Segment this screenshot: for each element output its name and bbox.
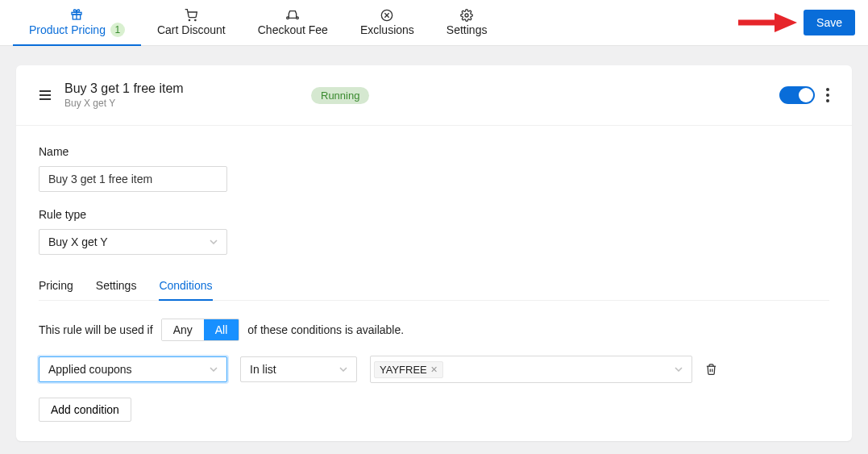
- svg-point-3: [189, 19, 190, 20]
- tab-label: Product Pricing: [29, 23, 106, 36]
- ruletype-label: Rule type: [39, 208, 829, 221]
- rule-card-header: Buy 3 get 1 free item Buy X get Y Runnin…: [16, 65, 852, 126]
- car-icon: [286, 9, 299, 22]
- svg-point-14: [826, 88, 829, 91]
- tab-label: Cart Discount: [157, 23, 226, 36]
- chevron-down-icon: [210, 367, 218, 372]
- condition-field-value: Applied coupons: [48, 363, 132, 376]
- any-all-toggle: Any All: [161, 319, 240, 341]
- tab-exclusions[interactable]: Exclusions: [344, 0, 430, 46]
- drag-handle-icon[interactable]: [39, 90, 52, 101]
- delete-condition-icon[interactable]: [705, 363, 717, 376]
- condition-suffix: of these conditions is available.: [247, 323, 404, 336]
- svg-marker-10: [775, 13, 797, 32]
- condition-operator-select[interactable]: In list: [240, 356, 357, 382]
- tab-product-pricing[interactable]: Product Pricing 1: [13, 0, 141, 46]
- rule-subtitle: Buy X get Y: [64, 98, 298, 109]
- condition-operator-value: In list: [250, 363, 276, 376]
- tab-cart-discount[interactable]: Cart Discount: [141, 0, 242, 46]
- svg-point-16: [826, 99, 829, 102]
- inner-tab-conditions[interactable]: Conditions: [159, 271, 212, 300]
- condition-field-select[interactable]: Applied coupons: [39, 356, 227, 382]
- inner-tab-settings[interactable]: Settings: [96, 271, 137, 300]
- condition-value-select[interactable]: YAYFREE ✕: [370, 356, 692, 383]
- tab-label: Settings: [446, 23, 488, 36]
- cancel-icon: [380, 9, 393, 22]
- cart-icon: [185, 9, 197, 22]
- condition-match-line: This rule will be used if Any All of the…: [39, 319, 829, 341]
- remove-tag-icon[interactable]: ✕: [430, 364, 438, 375]
- coupon-tag: YAYFREE ✕: [374, 361, 443, 378]
- toggle-all[interactable]: All: [204, 319, 239, 340]
- gear-icon: [460, 9, 473, 22]
- tab-label: Checkout Fee: [258, 23, 328, 36]
- inner-tabs: Pricing Settings Conditions: [39, 271, 829, 301]
- condition-row: Applied coupons In list YAYFREE ✕: [39, 356, 829, 383]
- tab-checkout-fee[interactable]: Checkout Fee: [242, 0, 344, 46]
- chevron-down-icon: [339, 367, 347, 372]
- add-condition-button[interactable]: Add condition: [39, 398, 131, 422]
- gift-icon: [70, 8, 83, 21]
- ruletype-value: Buy X get Y: [48, 235, 108, 248]
- status-badge: Running: [311, 87, 369, 104]
- rule-card-body: Name Rule type Buy X get Y Pricing Setti…: [16, 126, 852, 441]
- rule-title: Buy 3 get 1 free item: [64, 81, 298, 96]
- svg-point-4: [195, 19, 196, 20]
- condition-prefix: This rule will be used if: [39, 323, 153, 336]
- tab-label: Exclusions: [360, 23, 414, 36]
- nav-tabs: Product Pricing 1 Cart Discount Checkout…: [13, 0, 503, 46]
- save-button[interactable]: Save: [804, 10, 855, 35]
- rule-card: Buy 3 get 1 free item Buy X get Y Runnin…: [16, 65, 852, 441]
- inner-tab-pricing[interactable]: Pricing: [39, 271, 73, 300]
- ruletype-select[interactable]: Buy X get Y: [39, 229, 227, 255]
- arrow-annotation: [734, 10, 799, 35]
- chevron-down-icon: [675, 367, 683, 372]
- toggle-any[interactable]: Any: [162, 319, 204, 340]
- tab-settings[interactable]: Settings: [430, 0, 504, 46]
- rule-title-block: Buy 3 get 1 free item Buy X get Y: [64, 81, 298, 109]
- svg-point-15: [826, 94, 829, 97]
- enable-toggle[interactable]: [779, 86, 815, 104]
- coupon-tag-label: YAYFREE: [380, 364, 427, 376]
- more-icon[interactable]: [826, 88, 829, 102]
- top-navigation: Product Pricing 1 Cart Discount Checkout…: [0, 0, 868, 46]
- tab-badge: 1: [110, 23, 125, 37]
- chevron-down-icon: [210, 239, 218, 244]
- name-input[interactable]: [39, 166, 227, 192]
- svg-point-8: [465, 14, 468, 17]
- name-label: Name: [39, 145, 829, 158]
